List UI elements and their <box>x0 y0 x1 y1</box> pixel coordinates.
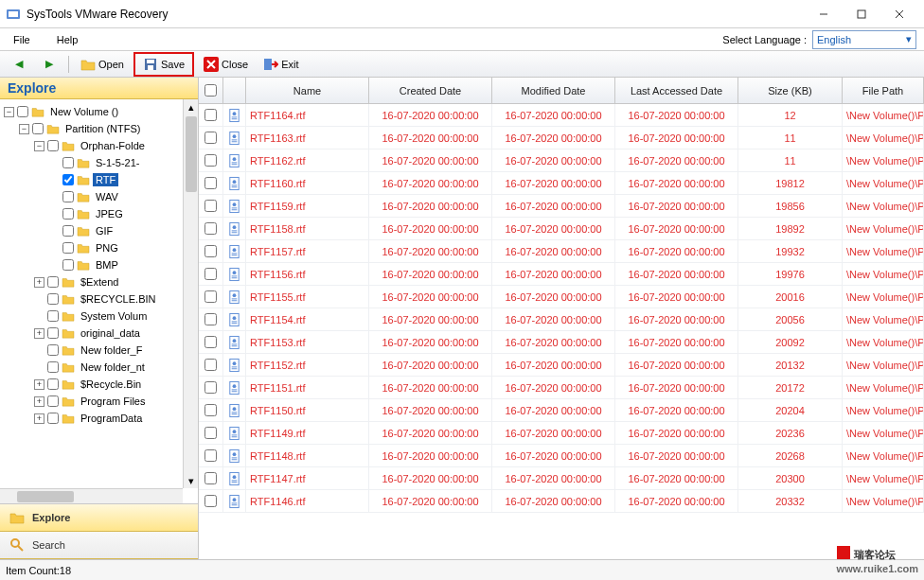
tree-rtf[interactable]: RTF <box>2 171 196 188</box>
row-checkbox-cell[interactable] <box>199 263 223 285</box>
row-checkbox-cell[interactable] <box>199 240 223 262</box>
nav-forward-button[interactable]: ▶ <box>36 54 62 75</box>
table-row[interactable]: RTF1158.rtf16-07-2020 00:00:0016-07-2020… <box>199 218 924 240</box>
tree-root[interactable]: −New Volume () <box>2 103 196 120</box>
tree-orig[interactable]: +original_data <box>2 325 196 342</box>
tree-nf1[interactable]: New folder_F <box>2 342 196 359</box>
row-checkbox[interactable] <box>204 245 217 257</box>
row-checkbox-cell[interactable] <box>199 422 223 444</box>
table-row[interactable]: RTF1164.rtf16-07-2020 00:00:0016-07-2020… <box>199 104 924 127</box>
tree-orphan[interactable]: −Orphan-Folde <box>2 137 196 154</box>
row-checkbox[interactable] <box>204 472 217 484</box>
tree-checkbox[interactable] <box>32 123 44 134</box>
table-row[interactable]: RTF1159.rtf16-07-2020 00:00:0016-07-2020… <box>199 195 924 218</box>
tree-png[interactable]: PNG <box>2 239 196 256</box>
tree-checkbox[interactable] <box>47 361 59 373</box>
save-button[interactable]: Save <box>137 54 190 75</box>
row-checkbox[interactable] <box>204 200 217 212</box>
table-row[interactable]: RTF1162.rtf16-07-2020 00:00:0016-07-2020… <box>199 149 924 172</box>
row-checkbox-cell[interactable] <box>199 218 223 239</box>
table-row[interactable]: RTF1148.rtf16-07-2020 00:00:0016-07-2020… <box>199 445 924 467</box>
nav-back-button[interactable]: ◀ <box>6 54 32 75</box>
select-all-checkbox[interactable] <box>204 84 217 97</box>
row-checkbox[interactable] <box>204 336 217 348</box>
row-checkbox[interactable] <box>204 381 217 394</box>
tree-partition[interactable]: −Partition (NTFS) <box>2 120 196 137</box>
menu-file[interactable]: File <box>8 32 36 47</box>
close-file-button[interactable]: Close <box>198 54 254 75</box>
tree-checkbox[interactable] <box>62 259 74 271</box>
tree-checkbox[interactable] <box>17 106 28 117</box>
tree-pd[interactable]: +ProgramData <box>2 410 196 427</box>
table-row[interactable]: RTF1150.rtf16-07-2020 00:00:0016-07-2020… <box>199 399 924 422</box>
row-checkbox[interactable] <box>204 154 217 167</box>
close-button[interactable] <box>880 1 918 27</box>
col-name[interactable]: Name <box>246 78 369 103</box>
row-checkbox-cell[interactable] <box>199 399 223 421</box>
tree-checkbox[interactable] <box>47 413 59 424</box>
exit-button[interactable]: Exit <box>258 54 304 75</box>
row-checkbox[interactable] <box>204 427 217 439</box>
folder-tree[interactable]: −New Volume () −Partition (NTFS) −Orphan… <box>0 99 198 431</box>
tree-pf[interactable]: +Program Files <box>2 393 196 410</box>
tree-wav[interactable]: WAV <box>2 188 196 205</box>
row-checkbox-cell[interactable] <box>199 127 223 149</box>
tree-nf2[interactable]: New folder_nt <box>2 359 196 376</box>
maximize-button[interactable] <box>843 1 880 27</box>
scroll-down-icon[interactable]: ▾ <box>184 473 198 488</box>
tree-jpeg[interactable]: JPEG <box>2 205 196 222</box>
col-accessed[interactable]: Last Accessed Date <box>615 78 738 103</box>
table-row[interactable]: RTF1147.rtf16-07-2020 00:00:0016-07-2020… <box>199 467 924 490</box>
table-row[interactable]: RTF1154.rtf16-07-2020 00:00:0016-07-2020… <box>199 308 924 331</box>
tree-checkbox[interactable] <box>47 310 59 322</box>
row-checkbox[interactable] <box>204 404 217 416</box>
row-checkbox-cell[interactable] <box>199 377 223 398</box>
table-row[interactable]: RTF1153.rtf16-07-2020 00:00:0016-07-2020… <box>199 331 924 354</box>
tree-sysvol[interactable]: System Volum <box>2 308 196 325</box>
tree-checkbox[interactable] <box>62 225 74 237</box>
row-checkbox[interactable] <box>204 222 217 235</box>
row-checkbox-cell[interactable] <box>199 445 223 466</box>
table-row[interactable]: RTF1156.rtf16-07-2020 00:00:0016-07-2020… <box>199 263 924 286</box>
row-checkbox[interactable] <box>204 132 217 144</box>
table-row[interactable]: RTF1152.rtf16-07-2020 00:00:0016-07-2020… <box>199 354 924 377</box>
row-checkbox[interactable] <box>204 177 217 189</box>
col-created[interactable]: Created Date <box>369 78 492 103</box>
table-row[interactable]: RTF1146.rtf16-07-2020 00:00:0016-07-2020… <box>199 490 924 513</box>
row-checkbox[interactable] <box>204 449 217 462</box>
row-checkbox[interactable] <box>204 109 217 121</box>
tree-checkbox[interactable] <box>62 191 74 202</box>
tree-bmp[interactable]: BMP <box>2 256 196 273</box>
table-row[interactable]: RTF1157.rtf16-07-2020 00:00:0016-07-2020… <box>199 240 924 263</box>
col-path[interactable]: File Path <box>843 78 924 103</box>
col-checkbox[interactable] <box>199 78 223 103</box>
row-checkbox[interactable] <box>204 268 217 280</box>
tree-checkbox[interactable] <box>47 140 59 151</box>
col-size[interactable]: Size (KB) <box>738 78 843 103</box>
table-row[interactable]: RTF1151.rtf16-07-2020 00:00:0016-07-2020… <box>199 377 924 399</box>
row-checkbox-cell[interactable] <box>199 467 223 489</box>
row-checkbox-cell[interactable] <box>199 490 223 512</box>
nav-search[interactable]: Search <box>0 532 198 559</box>
grid-body[interactable]: RTF1164.rtf16-07-2020 00:00:0016-07-2020… <box>199 104 924 559</box>
tree-hscrollbar[interactable] <box>0 488 183 503</box>
tree-vscrollbar[interactable]: ▴▾ <box>183 99 198 488</box>
row-checkbox-cell[interactable] <box>199 104 223 126</box>
scroll-thumb[interactable] <box>17 491 74 502</box>
row-checkbox-cell[interactable] <box>199 286 223 308</box>
tree-recbin[interactable]: +$Recycle.Bin <box>2 376 196 393</box>
tree-checkbox[interactable] <box>47 293 59 305</box>
tree-recycle[interactable]: $RECYCLE.BIN <box>2 290 196 308</box>
row-checkbox-cell[interactable] <box>199 172 223 194</box>
row-checkbox[interactable] <box>204 359 217 371</box>
row-checkbox-cell[interactable] <box>199 149 223 171</box>
row-checkbox-cell[interactable] <box>199 308 223 330</box>
tree-checkbox[interactable] <box>47 344 59 356</box>
table-row[interactable]: RTF1149.rtf16-07-2020 00:00:0016-07-2020… <box>199 422 924 445</box>
row-checkbox-cell[interactable] <box>199 331 223 353</box>
tree-checkbox[interactable] <box>47 276 59 288</box>
minimize-button[interactable] <box>805 1 843 27</box>
table-row[interactable]: RTF1155.rtf16-07-2020 00:00:0016-07-2020… <box>199 286 924 308</box>
row-checkbox-cell[interactable] <box>199 195 223 217</box>
tree-gif[interactable]: GIF <box>2 222 196 239</box>
